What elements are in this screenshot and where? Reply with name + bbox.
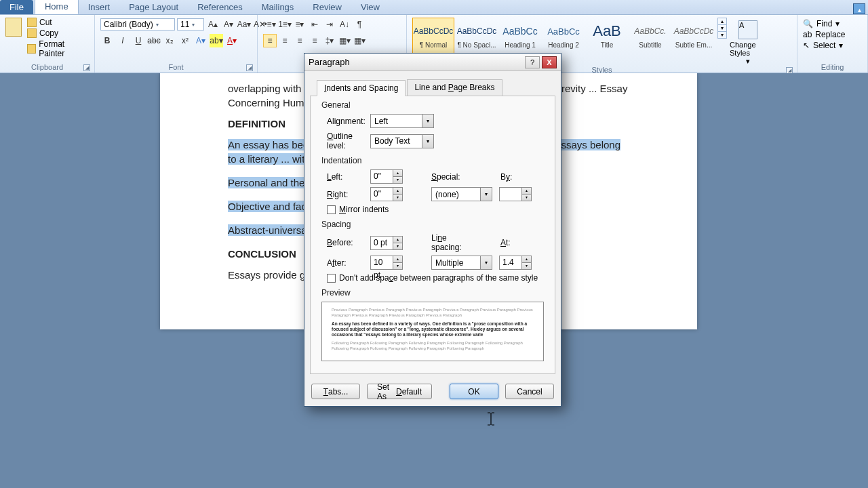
ribbon-tab-bar: File Home Insert Page Layout References … <box>0 0 868 15</box>
italic-button[interactable]: I <box>116 34 130 47</box>
tab-insert[interactable]: Insert <box>79 0 120 14</box>
style-heading1[interactable]: AaBbCcHeading 1 <box>499 18 541 56</box>
style-title[interactable]: AaBTitle <box>586 18 628 56</box>
clipboard-dialog-launcher[interactable]: ◢ <box>83 64 90 71</box>
align-right-button[interactable]: ≡ <box>293 34 307 47</box>
style-subtle-em[interactable]: AaBbCcDcSubtle Em... <box>673 18 715 56</box>
outline-level-combo[interactable]: Body Text▾ <box>370 134 434 148</box>
align-left-button[interactable]: ≡ <box>263 34 277 47</box>
highlight-button[interactable]: ab▾ <box>210 34 223 47</box>
after-label: After: <box>321 258 370 268</box>
line-spacing-combo[interactable]: Multiple▾ <box>431 256 492 270</box>
dialog-title-bar[interactable]: Paragraph ? X <box>304 54 561 71</box>
at-spinner[interactable]: 1.4▴▾ <box>499 256 532 270</box>
paste-icon[interactable] <box>5 18 22 37</box>
indent-right-label: Right: <box>321 190 370 199</box>
bold-button[interactable]: B <box>100 34 114 47</box>
cancel-button[interactable]: Cancel <box>505 384 554 399</box>
tab-line-page-breaks[interactable]: Line and Page Breaks <box>407 79 502 96</box>
align-center-button[interactable]: ≡ <box>278 34 292 47</box>
mirror-indents-checkbox[interactable]: Mirror indents <box>327 205 389 214</box>
font-dialog-launcher[interactable]: ◢ <box>246 64 253 71</box>
font-color-button[interactable]: A▾ <box>225 34 239 47</box>
styles-gallery[interactable]: AaBbCcDc¶ Normal AaBbCcDc¶ No Spaci... A… <box>412 18 715 56</box>
tabs-button[interactable]: Tabs... <box>311 384 360 399</box>
font-size-combo[interactable]: 11▾ <box>177 18 204 30</box>
underline-button[interactable]: U <box>132 34 145 47</box>
no-space-same-style-checkbox[interactable]: Don't add space between paragraphs of th… <box>327 273 538 283</box>
special-combo[interactable]: (none)▾ <box>431 187 492 201</box>
copy-button[interactable]: Copy <box>27 28 89 38</box>
show-marks-button[interactable]: ¶ <box>353 18 366 31</box>
outline-level-label: Outline level: <box>321 131 370 150</box>
by-spinner[interactable]: ▴▾ <box>499 187 532 201</box>
replace-button[interactable]: abReplace <box>803 30 861 39</box>
cut-button[interactable]: Cut <box>27 18 89 27</box>
indent-left-spinner[interactable]: 0"▴▾ <box>370 169 403 184</box>
ok-button[interactable]: OK <box>450 384 498 399</box>
replace-icon: ab <box>803 30 812 39</box>
set-as-default-button[interactable]: Set As Default <box>367 384 432 399</box>
preview-section-label: Preview <box>321 288 544 298</box>
tab-mailings[interactable]: Mailings <box>252 0 304 14</box>
scissors-icon <box>27 18 37 27</box>
tab-file[interactable]: File <box>0 0 33 14</box>
styles-scroll-down[interactable]: ▾ <box>718 25 726 32</box>
copy-icon <box>27 28 37 38</box>
format-painter-button[interactable]: Format Painter <box>27 39 89 58</box>
at-label: At: <box>500 238 511 247</box>
line-spacing-button[interactable]: ‡▾ <box>323 34 336 47</box>
sort-button[interactable]: A↓ <box>338 18 351 31</box>
indentation-section-label: Indentation <box>321 156 544 165</box>
multilevel-list-button[interactable]: ≡▾ <box>293 18 307 31</box>
style-normal[interactable]: AaBbCcDc¶ Normal <box>412 18 454 56</box>
style-heading2[interactable]: AaBbCcHeading 2 <box>542 18 585 56</box>
tab-indents-spacing[interactable]: Indents and Spacing <box>317 80 406 96</box>
change-styles-button[interactable]: A Change Styles▾ <box>730 18 766 66</box>
font-name-combo[interactable]: Calibri (Body)▾ <box>100 18 175 30</box>
after-spinner[interactable]: 10 pt▴▾ <box>370 256 403 270</box>
find-button[interactable]: 🔍Find▾ <box>803 19 861 28</box>
style-no-spacing[interactable]: AaBbCcDc¶ No Spaci... <box>456 18 498 56</box>
tab-references[interactable]: References <box>188 0 252 14</box>
grow-font-button[interactable]: A▴ <box>206 18 220 31</box>
change-case-button[interactable]: Aa▾ <box>237 18 251 31</box>
general-section-label: General <box>321 100 544 110</box>
superscript-button[interactable]: x² <box>178 34 192 47</box>
style-subtitle[interactable]: AaBbCc.Subtitle <box>629 18 671 56</box>
borders-button[interactable]: ▦▾ <box>353 34 366 47</box>
styles-scroll-up[interactable]: ▴ <box>718 18 726 25</box>
preview-box: Previous Paragraph Previous Paragraph Pr… <box>321 302 544 361</box>
group-label-clipboard: Clipboard <box>31 63 63 71</box>
group-label-font: Font <box>168 63 183 71</box>
text-effects-button[interactable]: A▾ <box>194 34 208 47</box>
special-label: Special: <box>431 172 472 182</box>
shading-button[interactable]: ▦▾ <box>338 34 351 47</box>
tab-page-layout[interactable]: Page Layout <box>119 0 188 14</box>
dialog-title: Paragraph <box>309 57 350 67</box>
styles-more[interactable]: ▾ <box>718 32 726 38</box>
tab-home[interactable]: Home <box>35 0 79 14</box>
bullets-button[interactable]: •≡▾ <box>263 18 277 31</box>
paragraph-dialog: Paragraph ? X Indents and Spacing Line a… <box>304 53 561 407</box>
justify-button[interactable]: ≡ <box>308 34 321 47</box>
subscript-button[interactable]: x₂ <box>163 34 176 47</box>
group-label-editing: Editing <box>821 63 844 71</box>
select-button[interactable]: ↖Select▾ <box>803 41 861 50</box>
increase-indent-button[interactable]: ⇥ <box>323 18 336 31</box>
alignment-combo[interactable]: Left▾ <box>370 114 434 128</box>
spacing-section-label: Spacing <box>321 220 544 229</box>
change-styles-icon: A <box>738 20 757 39</box>
dialog-close-button[interactable]: X <box>542 56 557 68</box>
minimize-ribbon-button[interactable]: ▴ <box>853 3 865 14</box>
tab-review[interactable]: Review <box>303 0 351 14</box>
numbering-button[interactable]: 1≡▾ <box>278 18 292 31</box>
strikethrough-button[interactable]: abc <box>147 34 161 47</box>
indent-right-spinner[interactable]: 0"▴▾ <box>370 187 403 201</box>
decrease-indent-button[interactable]: ⇤ <box>308 18 321 31</box>
indent-left-label: Left: <box>321 172 370 182</box>
before-spinner[interactable]: 0 pt▴▾ <box>370 236 403 250</box>
tab-view[interactable]: View <box>351 0 389 14</box>
dialog-help-button[interactable]: ? <box>525 56 540 68</box>
shrink-font-button[interactable]: A▾ <box>222 18 235 31</box>
